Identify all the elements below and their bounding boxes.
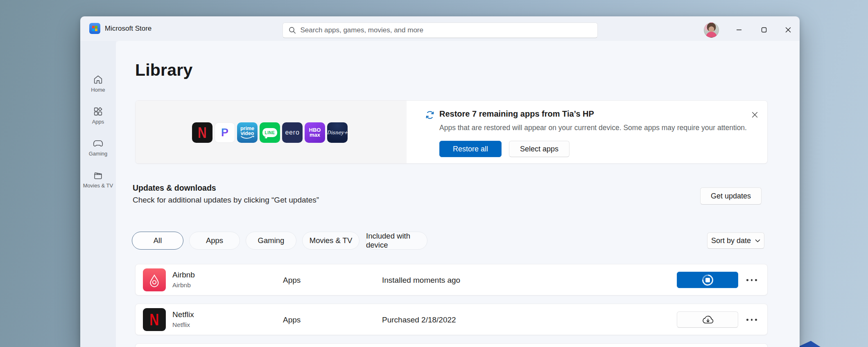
search-box[interactable] <box>283 23 598 38</box>
prime-video-glyph: prime video <box>239 126 255 136</box>
more-options-button[interactable] <box>746 264 757 296</box>
sidebar-item-label: Home <box>91 87 105 93</box>
gaming-controller-icon <box>93 138 104 149</box>
prime-smile-icon <box>240 136 254 139</box>
sidebar-item-movies-tv[interactable]: Movies & TV <box>80 167 116 196</box>
library-row-netflix[interactable]: N Netflix Netflix Apps Purchased 2/18/20… <box>135 304 768 335</box>
maximize-button[interactable] <box>755 23 773 36</box>
minimize-button[interactable] <box>730 23 748 36</box>
row-category: Apps <box>283 304 301 336</box>
filter-pill-included-with-device[interactable]: Included with device <box>366 232 427 250</box>
sidebar-item-label: Gaming <box>89 151 108 157</box>
row-status: Purchased 2/18/2022 <box>382 304 456 336</box>
app-title: Microsoft Store <box>105 16 151 41</box>
clapperboard-icon <box>93 170 103 180</box>
hbo-max-app-icon: HBO max <box>305 122 325 143</box>
eero-glyph: eero <box>285 129 299 136</box>
sidebar-item-label: Movies & TV <box>83 183 113 189</box>
updates-section-subtitle: Check for additional updates by clicking… <box>133 196 319 205</box>
sort-dropdown[interactable]: Sort by date <box>707 232 764 249</box>
sidebar: Home Apps Gaming Movies & TV <box>80 41 116 347</box>
row-category: Apps <box>283 264 301 296</box>
netflix-glyph: N <box>198 124 207 142</box>
library-row-airbnb[interactable]: Airbnb Airbnb Apps Installed moments ago <box>135 264 768 295</box>
progress-ring-icon <box>700 272 715 288</box>
hbo-max-glyph: HBO max <box>308 128 321 138</box>
restore-banner-title: Restore 7 remaining apps from Tia’s HP <box>439 109 594 119</box>
filter-pill-movies-tv[interactable]: Movies & TV <box>302 232 359 250</box>
cloud-download-icon <box>701 315 714 324</box>
pandora-app-icon: P <box>215 122 235 143</box>
search-input[interactable] <box>301 26 592 34</box>
disney-plus-glyph: Disney+ <box>327 130 348 135</box>
filter-pill-apps[interactable]: Apps <box>189 232 240 250</box>
sort-dropdown-label: Sort by date <box>711 237 751 245</box>
titlebar: Microsoft Store <box>80 16 800 41</box>
microsoft-store-icon <box>89 23 100 34</box>
page-title: Library <box>135 61 192 80</box>
disney-plus-app-icon: Disney+ <box>327 122 348 143</box>
home-icon <box>93 74 103 85</box>
close-button[interactable] <box>779 23 798 36</box>
close-icon <box>752 112 758 118</box>
row-app-publisher: Netflix <box>172 321 190 329</box>
row-app-name: Netflix <box>172 310 194 319</box>
sidebar-item-label: Apps <box>92 119 104 125</box>
banner-close-button[interactable] <box>748 108 761 121</box>
sidebar-item-gaming[interactable]: Gaming <box>80 135 116 164</box>
user-avatar[interactable] <box>704 23 719 38</box>
pandora-glyph: P <box>221 126 228 139</box>
row-app-publisher: Airbnb <box>172 282 191 289</box>
prime-video-app-icon: prime video <box>237 122 258 143</box>
netflix-n-glyph: N <box>149 310 159 329</box>
line-app-icon: LINE <box>260 122 280 143</box>
sidebar-item-apps[interactable]: Apps <box>80 103 116 133</box>
stop-install-button[interactable] <box>677 272 738 288</box>
sidebar-item-home[interactable]: Home <box>80 71 116 101</box>
restore-banner: N P prime video LINE eero HBO max Disney… <box>135 100 768 164</box>
row-status: Installed moments ago <box>382 264 460 296</box>
search-icon <box>289 27 296 34</box>
wallpaper-shape <box>798 341 821 347</box>
restore-all-button[interactable]: Restore all <box>439 141 502 157</box>
restore-app-icons: N P prime video LINE eero HBO max Disney… <box>192 122 348 143</box>
line-glyph: LINE <box>265 131 275 135</box>
netflix-row-icon: N <box>143 308 166 331</box>
desktop: Microsoft Store Home <box>0 0 868 347</box>
select-apps-button[interactable]: Select apps <box>509 141 570 157</box>
more-options-button[interactable] <box>746 304 757 336</box>
filter-pill-gaming[interactable]: Gaming <box>246 232 296 250</box>
content-panel <box>116 41 800 347</box>
sync-restore-icon <box>425 110 435 120</box>
get-updates-button[interactable]: Get updates <box>700 187 762 205</box>
library-row-partial[interactable] <box>135 343 768 347</box>
updates-section-title: Updates & downloads <box>133 183 216 193</box>
download-button[interactable] <box>677 311 738 328</box>
airbnb-logo <box>147 273 162 287</box>
filter-pill-all[interactable]: All <box>132 232 183 250</box>
netflix-app-icon: N <box>192 122 212 143</box>
microsoft-store-window: Microsoft Store Home <box>80 16 800 347</box>
row-app-name: Airbnb <box>172 270 195 279</box>
airbnb-app-icon <box>143 268 166 291</box>
chevron-down-icon <box>755 239 760 243</box>
eero-app-icon: eero <box>282 122 303 143</box>
apps-grid-icon <box>93 106 103 117</box>
restore-banner-description: Apps that are restored will appear on yo… <box>439 124 747 132</box>
